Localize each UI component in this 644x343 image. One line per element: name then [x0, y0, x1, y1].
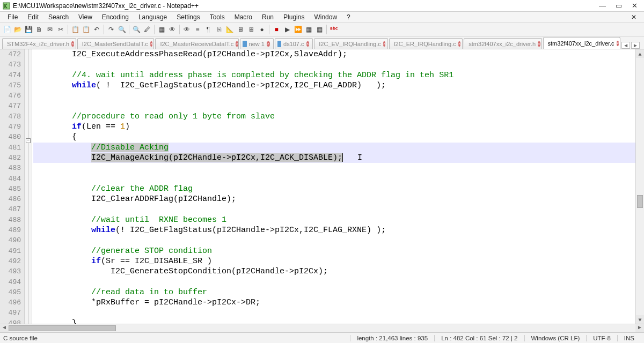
tab-file-2[interactable]: I2C_MasterReceiveDataIT.c× [155, 38, 239, 49]
separator [68, 25, 68, 34]
tab-label: I2C_ER_IRQHandling.c [394, 41, 456, 47]
stop-icon[interactable]: ▶ [282, 25, 292, 34]
tab-file-4[interactable]: ds107.c× [275, 38, 313, 49]
tab-file-0[interactable]: STM32F4x_i2c_driver.h× [2, 38, 76, 49]
tab-file-3[interactable]: new 1× [240, 38, 274, 49]
status-position: Ln : 482 Col : 61 Sel : 72 | 2 [434, 335, 524, 341]
close-icon[interactable]: × [617, 41, 619, 46]
wrap-icon[interactable]: ¶ [203, 25, 213, 34]
tab-file-8-active[interactable]: stm32f407xx_i2c_driver.c× [543, 37, 621, 49]
save-macro-icon[interactable]: ▦ [314, 25, 324, 34]
spellcheck-icon[interactable]: ᵃᵇᶜ [329, 25, 339, 34]
tab-label: I2C_EV_IRQHandling.c [319, 41, 381, 47]
menu-macro[interactable]: Macro [230, 12, 257, 22]
monitor-icon[interactable]: ● [257, 25, 267, 34]
zoom-in-icon[interactable]: ▦ [157, 25, 166, 34]
menu-language[interactable]: Language [134, 12, 171, 22]
close-file-icon[interactable]: ✉ [45, 25, 55, 34]
fold-toggle-icon[interactable]: − [26, 138, 31, 143]
menu-settings[interactable]: Settings [172, 12, 204, 22]
scroll-right-icon[interactable]: ► [635, 324, 644, 332]
window-title: E:\MCU1\Workspace\new\stm32f407xx_i2c_dr… [13, 2, 599, 10]
menu-search[interactable]: Search [44, 12, 73, 22]
tab-file-5[interactable]: I2C_EV_IRQHandling.c× [314, 38, 387, 49]
scroll-thumb[interactable] [637, 195, 643, 208]
find-icon[interactable]: 🔍 [131, 25, 141, 34]
file-icon [243, 41, 246, 47]
separator [154, 25, 155, 34]
playfast-icon[interactable]: ▦ [304, 25, 313, 34]
sync-v-icon[interactable]: 👁 [182, 25, 192, 34]
sync-h-icon[interactable]: ≡ [193, 25, 202, 34]
menu-run[interactable]: Run [258, 12, 278, 22]
func-list-icon[interactable]: 🖥 [246, 25, 256, 34]
separator [104, 25, 104, 34]
copy-icon[interactable]: 📋 [81, 25, 91, 34]
doc-map-icon[interactable]: 🖥 [236, 25, 245, 34]
close-icon[interactable]: × [236, 41, 238, 47]
scroll-up-icon[interactable]: ▲ [636, 49, 644, 58]
status-filetype: C source file [3, 335, 350, 341]
open-icon[interactable]: 📂 [13, 25, 23, 34]
cut-icon[interactable]: 📋 [70, 25, 80, 34]
maximize-button[interactable]: ▭ [616, 2, 622, 10]
menu-plugins[interactable]: Plugins [279, 12, 309, 22]
undo-icon[interactable]: ↷ [106, 25, 116, 34]
tab-label: new 1 [249, 41, 265, 47]
scroll-down-icon[interactable]: ▼ [636, 315, 644, 324]
separator [179, 25, 180, 34]
vertical-scrollbar[interactable]: ▲ ▼ [635, 49, 644, 324]
menubar-close-icon[interactable]: ✕ [627, 12, 641, 22]
save-icon[interactable]: 💾 [24, 25, 33, 34]
play-icon[interactable]: ⏩ [293, 25, 303, 34]
menu-view[interactable]: View [74, 12, 97, 22]
close-icon[interactable]: × [538, 41, 540, 47]
paste-icon[interactable]: ↶ [92, 25, 101, 34]
zoom-out-icon[interactable]: 👁 [167, 25, 177, 34]
toolbar: 📄 📂 💾 🗎 ✉ ✂ 📋 📋 ↶ ↷ 🔍 🔍 🖉 ▦ 👁 👁 ≡ ¶ ⎘ 📐 … [0, 23, 644, 36]
close-icon[interactable]: × [458, 41, 461, 47]
tab-label: ds107.c [283, 41, 304, 47]
menu-tools[interactable]: Tools [206, 12, 229, 22]
close-icon[interactable]: × [71, 41, 74, 47]
replace-icon[interactable]: 🖉 [142, 25, 152, 34]
new-file-icon[interactable]: 📄 [2, 25, 12, 34]
record-icon[interactable]: ■ [272, 25, 281, 34]
code-area[interactable]: I2C_ExecuteAddressPhaseRead(pI2CHandle->… [32, 49, 635, 324]
status-encoding[interactable]: UTF-8 [586, 335, 617, 341]
close-icon[interactable]: × [383, 41, 386, 47]
close-button[interactable]: ✕ [632, 2, 638, 10]
tab-label: STM32F4x_i2c_driver.h [7, 41, 69, 47]
tab-file-1[interactable]: I2C_MasterSendDataIT.c× [77, 38, 155, 49]
tab-file-6[interactable]: I2C_ER_IRQHandling.c× [389, 38, 463, 49]
show-all-icon[interactable]: ⎘ [214, 25, 224, 34]
app-icon [2, 2, 11, 10]
menu-encoding[interactable]: Encoding [98, 12, 133, 22]
separator [326, 25, 327, 34]
titlebar: E:\MCU1\Workspace\new\stm32f407xx_i2c_dr… [0, 0, 644, 12]
minimize-button[interactable]: — [599, 2, 606, 10]
print-icon[interactable]: ✂ [56, 25, 65, 34]
status-mode[interactable]: INS [617, 335, 641, 341]
statusbar: C source file length : 21,463 lines : 93… [0, 332, 644, 343]
menu-help[interactable]: ? [342, 12, 355, 22]
scroll-left-icon[interactable]: ◄ [0, 324, 9, 332]
menu-edit[interactable]: Edit [23, 12, 43, 22]
tab-scroll-right-icon[interactable]: ► [631, 42, 640, 49]
tab-scroll-left-icon[interactable]: ◄ [621, 42, 630, 49]
tab-label: I2C_MasterReceiveDataIT.c [160, 41, 233, 47]
save-all-icon[interactable]: 🗎 [34, 25, 44, 34]
menu-file[interactable]: File [3, 12, 22, 22]
separator [129, 25, 129, 34]
close-icon[interactable]: × [150, 41, 153, 47]
horizontal-scrollbar[interactable]: ◄ ► [0, 324, 644, 332]
tab-label: stm32f407xx_i2c_driver.h [469, 41, 536, 47]
close-icon[interactable]: × [306, 41, 310, 47]
tab-file-7[interactable]: stm32f407xx_i2c_driver.h× [464, 38, 541, 49]
redo-icon[interactable]: 🔍 [117, 25, 127, 34]
menu-window[interactable]: Window [310, 12, 341, 22]
indent-guide-icon[interactable]: 📐 [225, 25, 235, 34]
scroll-thumb[interactable] [9, 325, 116, 331]
status-eol[interactable]: Windows (CR LF) [524, 335, 587, 341]
close-icon[interactable]: × [267, 41, 270, 47]
